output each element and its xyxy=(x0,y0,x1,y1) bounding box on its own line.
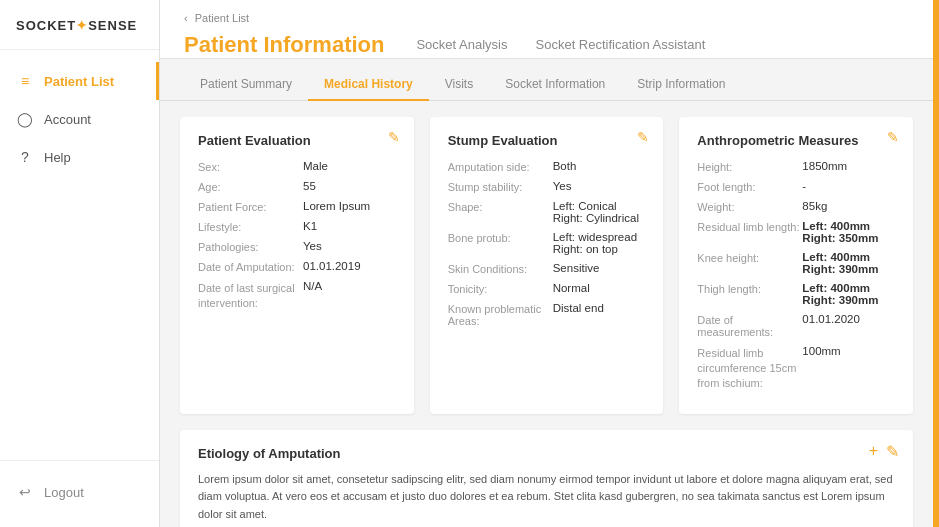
cards-row: Patient Evaluation ✎ Sex: Male Age: 55 P… xyxy=(180,117,913,414)
field-stump-stability: Stump stability: Yes xyxy=(448,180,646,193)
breadcrumb-chevron: ‹ xyxy=(184,12,188,24)
tab-strip-information[interactable]: Strip Information xyxy=(621,69,741,101)
field-label-thigh-length: Thigh length: xyxy=(697,282,802,295)
field-weight: Weight: 85kg xyxy=(697,200,895,213)
page-nav: Socket Analysis Socket Rectification Ass… xyxy=(416,37,705,54)
tab-visits[interactable]: Visits xyxy=(429,69,489,101)
field-thigh-length: Thigh length: Left: 400mm Right: 390mm xyxy=(697,282,895,306)
etiology-text: Lorem ipsum dolor sit amet, consetetur s… xyxy=(198,471,895,527)
field-label-height: Height: xyxy=(697,160,802,173)
field-sex: Sex: Male xyxy=(198,160,396,173)
help-icon: ? xyxy=(16,148,34,166)
tab-patient-summary[interactable]: Patient Summary xyxy=(184,69,308,101)
field-known-problematic: Known problematic Areas: Distal end xyxy=(448,302,646,327)
field-value-sex: Male xyxy=(303,160,396,172)
tab-socket-information[interactable]: Socket Information xyxy=(489,69,621,101)
list-icon: ≡ xyxy=(16,72,34,90)
field-label-foot-length: Foot length: xyxy=(697,180,802,193)
field-label-stump-stability: Stump stability: xyxy=(448,180,553,193)
field-patient-force: Patient Force: Lorem Ipsum xyxy=(198,200,396,213)
field-label-tonicity: Tonicity: xyxy=(448,282,553,295)
field-amputation-side: Amputation side: Both xyxy=(448,160,646,173)
field-date-surgical: Date of last surgical intervention: N/A xyxy=(198,280,396,312)
etiology-actions: + ✎ xyxy=(869,442,899,461)
user-icon: ◯ xyxy=(16,110,34,128)
field-label-knee-height: Knee height: xyxy=(697,251,802,264)
field-value-weight: 85kg xyxy=(802,200,895,212)
nav-socket-analysis[interactable]: Socket Analysis xyxy=(416,37,507,54)
etiology-add-btn[interactable]: + xyxy=(869,442,878,461)
field-value-tonicity: Normal xyxy=(553,282,646,294)
patient-eval-edit-btn[interactable]: ✎ xyxy=(388,129,400,145)
field-bone-protub: Bone protub: Left: widespread Right: on … xyxy=(448,231,646,255)
field-value-amputation-side: Both xyxy=(553,160,646,172)
sidebar-item-patient-list[interactable]: ≡ Patient List xyxy=(0,62,159,100)
field-value-date-amputation: 01.01.2019 xyxy=(303,260,396,272)
field-label-weight: Weight: xyxy=(697,200,802,213)
stump-evaluation-card: Stump Evaluation ✎ Amputation side: Both… xyxy=(430,117,664,414)
patient-evaluation-card: Patient Evaluation ✎ Sex: Male Age: 55 P… xyxy=(180,117,414,414)
field-value-known-problematic: Distal end xyxy=(553,302,646,314)
etiology-edit-btn[interactable]: ✎ xyxy=(886,442,899,461)
field-label-sex: Sex: xyxy=(198,160,303,173)
field-pathologies: Pathologies: Yes xyxy=(198,240,396,253)
field-residual-limb-length: Residual limb length: Left: 400mm Right:… xyxy=(697,220,895,244)
sidebar-item-logout[interactable]: ↩ Logout xyxy=(0,473,159,511)
field-label-amputation-side: Amputation side: xyxy=(448,160,553,173)
field-height: Height: 1850mm xyxy=(697,160,895,173)
page-title-row: Patient Information Socket Analysis Sock… xyxy=(184,32,909,58)
field-value-foot-length: - xyxy=(802,180,895,192)
field-skin-conditions: Skin Conditions: Sensitive xyxy=(448,262,646,275)
field-label-residual-limb-length: Residual limb length: xyxy=(697,220,802,233)
breadcrumb-label: Patient List xyxy=(195,12,249,24)
sidebar-nav: ≡ Patient List ◯ Account ? Help xyxy=(0,50,159,460)
field-age: Age: 55 xyxy=(198,180,396,193)
field-value-date-measurements: 01.01.2020 xyxy=(802,313,895,325)
field-value-shape: Left: Conical Right: Cylindrical xyxy=(553,200,646,224)
sidebar: SOCKET✦SENSE ≡ Patient List ◯ Account ? … xyxy=(0,0,160,527)
field-value-thigh-length: Left: 400mm Right: 390mm xyxy=(802,282,895,306)
field-foot-length: Foot length: - xyxy=(697,180,895,193)
field-label-date-amputation: Date of Amputation: xyxy=(198,260,303,273)
sidebar-item-help[interactable]: ? Help xyxy=(0,138,159,176)
field-date-measurements: Date of measurements: 01.01.2020 xyxy=(697,313,895,338)
field-value-height: 1850mm xyxy=(802,160,895,172)
sidebar-item-label: Patient List xyxy=(44,74,114,89)
field-value-bone-protub: Left: widespread Right: on top xyxy=(553,231,646,255)
anthropometric-card: Anthropometric Measures ✎ Height: 1850mm… xyxy=(679,117,913,414)
anthropometric-title: Anthropometric Measures xyxy=(697,133,895,148)
field-label-bone-protub: Bone protub: xyxy=(448,231,553,244)
field-residual-circumference: Residual limb circumference 15cm from is… xyxy=(697,345,895,391)
field-date-amputation: Date of Amputation: 01.01.2019 xyxy=(198,260,396,273)
sidebar-item-account[interactable]: ◯ Account xyxy=(0,100,159,138)
tab-medical-history[interactable]: Medical History xyxy=(308,69,429,101)
field-value-stump-stability: Yes xyxy=(553,180,646,192)
field-label-date-measurements: Date of measurements: xyxy=(697,313,802,338)
field-value-skin-conditions: Sensitive xyxy=(553,262,646,274)
field-label-residual-circumference: Residual limb circumference 15cm from is… xyxy=(697,345,802,391)
field-lifestyle: Lifestyle: K1 xyxy=(198,220,396,233)
field-label-pathologies: Pathologies: xyxy=(198,240,303,253)
field-label-skin-conditions: Skin Conditions: xyxy=(448,262,553,275)
field-value-age: 55 xyxy=(303,180,396,192)
anthropometric-edit-btn[interactable]: ✎ xyxy=(887,129,899,145)
logo-accent: ✦ xyxy=(76,18,88,33)
page-title: Patient Information xyxy=(184,32,384,58)
breadcrumb[interactable]: ‹ Patient List xyxy=(184,8,909,32)
accent-bar xyxy=(933,0,939,527)
field-label-date-surgical: Date of last surgical intervention: xyxy=(198,280,303,312)
field-label-lifestyle: Lifestyle: xyxy=(198,220,303,233)
nav-socket-rectification[interactable]: Socket Rectification Assistant xyxy=(536,37,706,54)
field-value-date-surgical: N/A xyxy=(303,280,396,292)
logo-area: SOCKET✦SENSE xyxy=(0,0,159,50)
field-label-patient-force: Patient Force: xyxy=(198,200,303,213)
field-knee-height: Knee height: Left: 400mm Right: 390mm xyxy=(697,251,895,275)
logout-icon: ↩ xyxy=(16,483,34,501)
stump-eval-edit-btn[interactable]: ✎ xyxy=(637,129,649,145)
field-value-lifestyle: K1 xyxy=(303,220,396,232)
field-value-patient-force: Lorem Ipsum xyxy=(303,200,396,212)
field-label-shape: Shape: xyxy=(448,200,553,213)
sidebar-item-label: Logout xyxy=(44,485,84,500)
field-label-age: Age: xyxy=(198,180,303,193)
field-value-pathologies: Yes xyxy=(303,240,396,252)
